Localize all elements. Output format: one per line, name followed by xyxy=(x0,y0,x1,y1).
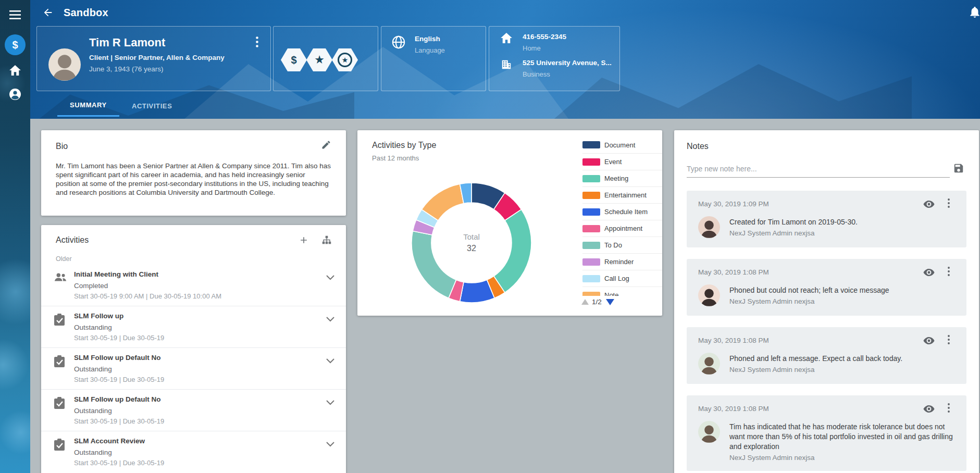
kebab-menu-icon xyxy=(948,335,950,344)
activity-dates: Start 30-05-19 | Due 30-05-19 xyxy=(74,417,317,425)
phone-number[interactable]: 416-555-2345 xyxy=(523,33,566,41)
legend-swatch xyxy=(582,292,600,296)
note-text: Tim has indicated that he has moderate r… xyxy=(729,422,955,452)
star-circle-badge-icon: ★ xyxy=(332,48,358,71)
address-label: Business xyxy=(523,70,612,78)
legend-item: Reminder xyxy=(582,253,662,270)
back-arrow-icon xyxy=(42,7,54,18)
note-menu-button[interactable] xyxy=(948,403,957,416)
note-visibility-button[interactable] xyxy=(923,198,936,211)
app-bar: Sandbox xyxy=(30,0,980,25)
address-value[interactable]: 525 University Avenue, S... xyxy=(523,59,612,67)
profile-menu-button[interactable] xyxy=(252,36,262,48)
save-note-button[interactable] xyxy=(953,163,965,175)
legend-swatch xyxy=(582,275,600,282)
sidebar-item-contacts[interactable] xyxy=(0,82,30,106)
activity-status: Completed xyxy=(74,282,317,290)
menu-button[interactable] xyxy=(0,3,30,27)
note-text: Phoned and left a message. Expect a call… xyxy=(729,354,902,364)
bell-icon xyxy=(968,5,980,19)
legend-swatch xyxy=(582,208,600,216)
activity-status: Outstanding xyxy=(74,449,317,456)
legend-page-up-icon[interactable] xyxy=(581,299,589,305)
donut-chart[interactable]: Total 32 xyxy=(404,175,539,310)
note-date: May 30, 2019 1:08 PM xyxy=(698,405,955,413)
chevron-down-icon[interactable] xyxy=(326,273,334,282)
app-root: $ Sandbox xyxy=(0,0,980,473)
note-text: Phoned but could not reach; left a voice… xyxy=(729,285,889,295)
avatar xyxy=(698,421,720,443)
task-icon xyxy=(54,397,65,412)
notes-title: Notes xyxy=(687,142,966,151)
tab-summary[interactable]: SUMMARY xyxy=(57,95,119,117)
legend-swatch xyxy=(582,192,600,199)
avatar xyxy=(698,353,720,375)
note-author: NexJ System Admin nexjsa xyxy=(729,297,889,305)
activity-row[interactable]: SLM Follow up Default No Outstanding Sta… xyxy=(41,347,346,389)
chevron-down-icon[interactable] xyxy=(326,398,334,407)
avatar xyxy=(698,284,720,306)
tab-bar: SUMMARY ACTIVITIES xyxy=(30,95,184,119)
legend-item: To Do xyxy=(582,236,662,253)
note-visibility-button[interactable] xyxy=(923,334,936,348)
bio-text: Mr. Tim Lamont has been a Senior Partner… xyxy=(56,161,331,197)
activity-title: SLM Follow up xyxy=(74,312,317,320)
plus-icon xyxy=(299,235,309,245)
legend-item: Document xyxy=(582,136,662,153)
pencil-icon xyxy=(321,140,331,150)
legend-page-down-icon[interactable] xyxy=(606,299,614,305)
activity-row[interactable]: SLM Account Review Outstanding Start 30-… xyxy=(41,431,346,472)
bio-title: Bio xyxy=(56,142,331,151)
note-visibility-button[interactable] xyxy=(923,266,936,280)
note-author: NexJ System Admin nexjsa xyxy=(729,454,955,462)
sidebar-item-finances[interactable]: $ xyxy=(5,34,26,55)
contact-name: Tim R Lamont xyxy=(89,36,165,49)
language-label: Language xyxy=(415,46,445,54)
note-menu-button[interactable] xyxy=(948,335,957,347)
language-value: English xyxy=(415,35,445,43)
activity-title: SLM Follow up Default No xyxy=(74,354,317,362)
tab-activities[interactable]: ACTIVITIES xyxy=(119,95,185,117)
sidebar-item-home[interactable] xyxy=(0,58,30,82)
edit-bio-button[interactable] xyxy=(321,140,333,152)
note-date: May 30, 2019 1:08 PM xyxy=(698,268,955,276)
note-item: May 30, 2019 1:09 PM xyxy=(687,191,966,247)
task-icon xyxy=(54,439,65,453)
note-author: NexJ System Admin nexjsa xyxy=(729,366,902,374)
note-menu-button[interactable] xyxy=(948,267,957,279)
chevron-down-icon[interactable] xyxy=(326,440,334,449)
notes-card: Notes May 30, 2019 1:09 PM xyxy=(674,130,979,473)
new-note-input[interactable] xyxy=(687,163,950,178)
note-menu-button[interactable] xyxy=(948,198,957,211)
home-icon xyxy=(499,33,514,43)
activity-row[interactable]: SLM Follow up Outstanding Start 30-05-19… xyxy=(41,306,346,347)
note-visibility-button[interactable] xyxy=(923,403,936,416)
activity-dates: Start 30-05-19 9:00 AM | Due 30-05-19 10… xyxy=(74,292,317,300)
badges-card: $ ★ ★ xyxy=(273,26,378,91)
chevron-down-icon[interactable] xyxy=(326,315,334,324)
avatar xyxy=(48,48,81,81)
add-activity-button[interactable] xyxy=(297,233,311,247)
hierarchy-view-button[interactable] xyxy=(320,233,333,247)
activity-row[interactable]: SLM Follow up Default No Outstanding Sta… xyxy=(41,389,346,431)
chevron-down-icon[interactable] xyxy=(326,356,334,366)
note-item: May 30, 2019 1:08 PM xyxy=(687,395,966,471)
activity-status: Outstanding xyxy=(74,365,317,373)
activity-row[interactable]: Initial Meeting with Client Completed St… xyxy=(41,265,346,306)
profile-card: Tim R Lamont Client | Senior Partner, Al… xyxy=(36,26,271,91)
note-item: May 30, 2019 1:08 PM xyxy=(687,327,966,384)
task-icon xyxy=(54,355,65,370)
legend-item: Meeting xyxy=(582,170,662,186)
legend-item: Note xyxy=(582,287,662,296)
building-icon xyxy=(499,59,514,70)
org-chart-icon xyxy=(321,234,332,246)
notifications-button[interactable] xyxy=(968,5,980,20)
kebab-menu-icon xyxy=(948,267,950,276)
activity-title: SLM Account Review xyxy=(74,437,317,445)
activity-status: Outstanding xyxy=(74,323,317,331)
save-icon xyxy=(953,163,964,174)
note-item: May 30, 2019 1:08 PM xyxy=(687,259,966,316)
menu-icon xyxy=(9,10,21,20)
back-button[interactable] xyxy=(40,4,56,21)
people-icon xyxy=(54,272,67,284)
